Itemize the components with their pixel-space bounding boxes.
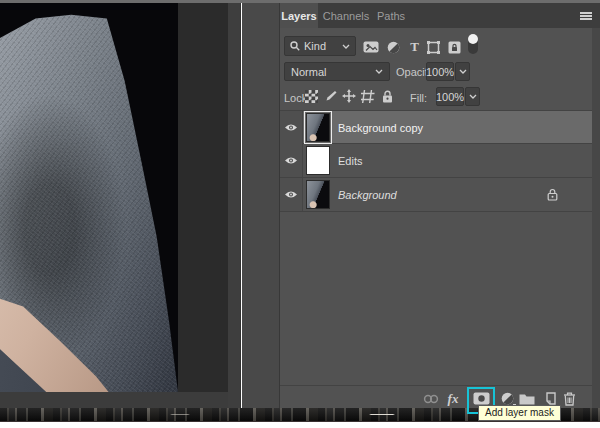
panel-menu-icon[interactable] [580,12,592,20]
add-layer-mask-icon[interactable] [472,391,490,406]
pasteboard-bottom [0,392,228,408]
chevron-down-icon [469,94,477,99]
chevron-down-icon [342,44,350,49]
opacity-value: 100% [426,66,454,78]
lock-position-icon[interactable] [342,89,356,103]
pixel-filter-icon[interactable] [362,40,379,54]
layer-thumbnail[interactable] [306,146,330,175]
filter-kind-dropdown[interactable]: Kind [284,36,356,56]
page-margin [0,422,600,428]
lock-pixels-icon[interactable] [323,89,337,103]
new-group-icon[interactable] [518,391,536,406]
dock-divider [228,3,241,408]
panel-tab-bar: Layers Channels Paths [280,3,600,28]
layer-style-icon[interactable]: fx [444,391,462,406]
opacity-value-field[interactable]: 100% [426,62,454,81]
tooltip-add-layer-mask: Add layer mask [478,405,561,421]
layer-name[interactable]: Edits [338,144,362,177]
lock-transparency-icon[interactable] [304,89,318,103]
layer-thumbnail[interactable] [306,180,330,209]
visibility-cell[interactable] [280,111,303,144]
eye-icon [284,190,298,199]
layer-name[interactable]: Background [338,178,397,211]
layer-row-background-copy[interactable]: Background copy [280,110,592,144]
filter-toggle[interactable] [468,34,478,54]
lock-artboard-icon[interactable] [361,89,375,103]
layer-name[interactable]: Background copy [338,111,423,144]
chevron-down-icon [459,69,467,74]
chevron-down-icon [375,69,383,74]
tab-layers[interactable]: Layers [280,3,318,28]
dock-gutter [242,3,280,408]
layer-thumbnail[interactable] [306,113,330,142]
delete-layer-icon[interactable] [560,391,578,406]
blend-mode-value: Normal [291,66,326,78]
adjustment-filter-icon[interactable] [385,40,402,54]
panel-scroll-gutter[interactable] [592,28,600,408]
blend-mode-dropdown[interactable]: Normal [284,62,390,81]
photoshop-window: Layers Channels Paths Kind T [0,0,600,428]
fill-label: Fill: [410,92,427,104]
type-filter-icon[interactable]: T [406,40,423,54]
layer-lock-icon [547,188,558,201]
opacity-dropdown-button[interactable] [455,62,470,81]
eye-icon [284,156,298,165]
visibility-cell[interactable] [280,178,303,211]
eye-icon [284,123,298,132]
fill-value: 100% [436,91,464,103]
layers-panel: Layers Channels Paths Kind T [280,3,600,408]
layer-row-background[interactable]: Background [280,178,592,212]
tab-channels[interactable]: Channels [322,3,370,28]
lock-all-icon[interactable] [380,89,394,103]
link-layers-icon[interactable] [422,391,440,406]
canvas-image [0,3,178,392]
fill-value-field[interactable]: 100% [436,87,464,106]
tab-paths[interactable]: Paths [374,3,408,28]
document-pasteboard [0,3,228,408]
visibility-cell[interactable] [280,144,303,177]
fill-dropdown-button[interactable] [465,87,480,106]
search-icon [290,41,300,51]
filter-kind-label: Kind [304,40,326,52]
layer-list: Background copy Edits Backgrou [280,110,592,212]
new-layer-icon[interactable] [540,391,558,406]
layer-row-edits[interactable]: Edits [280,144,592,178]
shape-filter-icon[interactable] [425,40,442,54]
smart-object-filter-icon[interactable] [446,40,463,54]
